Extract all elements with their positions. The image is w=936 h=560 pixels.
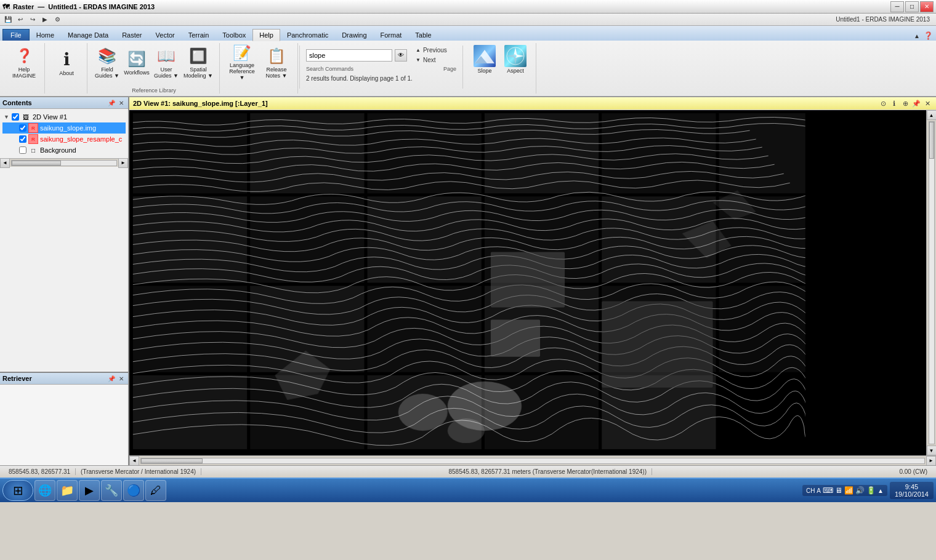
root-checkbox[interactable] bbox=[12, 113, 19, 121]
map-canvas[interactable] bbox=[129, 110, 926, 455]
tab-terrain[interactable]: Terrain bbox=[182, 29, 216, 41]
undo-quick-btn[interactable]: ↩ bbox=[15, 15, 26, 25]
tree-layer-1[interactable]: R saikung_slope.img bbox=[2, 122, 126, 134]
settings-quick-btn[interactable]: ⚙ bbox=[52, 15, 63, 25]
ribbon-tabs: File Home Manage Data Raster Vector Terr… bbox=[0, 26, 936, 41]
help-button[interactable]: ❓ HelpIMAGINE bbox=[9, 44, 39, 81]
scroll-up-btn[interactable]: ▲ bbox=[927, 110, 937, 120]
tab-toolbox[interactable]: Toolbox bbox=[216, 29, 252, 41]
run-quick-btn[interactable]: ▶ bbox=[39, 15, 50, 25]
language-reference-button[interactable]: 📝 LanguageReference ▼ bbox=[226, 44, 258, 81]
layer1-checkbox[interactable] bbox=[19, 124, 26, 132]
spatial-modeling-button[interactable]: 🔲 SpatialModeling ▼ bbox=[182, 44, 214, 81]
aspect-tool-button[interactable]: Aspect bbox=[501, 43, 530, 76]
maximize-button[interactable]: □ bbox=[905, 1, 919, 12]
ribbon: File Home Manage Data Raster Vector Terr… bbox=[0, 26, 936, 97]
map-close-btn[interactable]: ✕ bbox=[922, 98, 932, 108]
save-quick-btn[interactable]: 💾 bbox=[2, 15, 14, 25]
map-scroll-right-btn[interactable]: ► bbox=[926, 456, 936, 466]
ribbon-collapse-btn[interactable]: ▲ bbox=[911, 31, 922, 41]
slope-tool-button[interactable]: Slope bbox=[470, 43, 499, 76]
title-bar-right: ─ □ ✕ bbox=[890, 1, 934, 12]
map-info-btn[interactable]: ℹ bbox=[889, 98, 899, 108]
contents-pin-btn[interactable]: 📌 bbox=[107, 98, 116, 107]
tab-help[interactable]: Help bbox=[252, 29, 280, 41]
start-button[interactable]: ⊞ bbox=[2, 480, 33, 501]
retriever-close-btn[interactable]: ✕ bbox=[117, 374, 126, 383]
root-label: 2D View #1 bbox=[33, 113, 67, 121]
ribbon-divider-2 bbox=[462, 46, 463, 89]
search-input[interactable] bbox=[306, 49, 392, 62]
tab-drawing[interactable]: Drawing bbox=[335, 29, 373, 41]
tab-raster[interactable]: Raster bbox=[115, 29, 148, 41]
retriever-title-bar: Retriever 📌 ✕ bbox=[0, 373, 128, 385]
tab-format[interactable]: Format bbox=[374, 29, 409, 41]
window-title-center: Untitled1 - ERDAS IMAGINE 2013 bbox=[836, 16, 930, 23]
sidebar: Contents 📌 ✕ ▼ 🖼 2D View #1 bbox=[0, 97, 129, 465]
tab-table[interactable]: Table bbox=[408, 29, 438, 41]
tab-panchromatic[interactable]: Panchromatic bbox=[280, 29, 335, 41]
map-pin-btn[interactable]: 📌 bbox=[911, 98, 921, 108]
previous-button[interactable]: ▲ Previous bbox=[412, 46, 451, 55]
explorer-btn[interactable]: 📁 bbox=[57, 480, 78, 501]
tab-manage-data[interactable]: Manage Data bbox=[61, 29, 115, 41]
minimize-button[interactable]: ─ bbox=[890, 1, 904, 12]
contents-close-btn[interactable]: ✕ bbox=[117, 98, 126, 107]
scroll-right-btn[interactable]: ► bbox=[118, 158, 128, 168]
next-button[interactable]: ▼ Next bbox=[412, 55, 451, 65]
clock-time: 9:45 bbox=[905, 483, 918, 490]
media-btn[interactable]: ▶ bbox=[79, 480, 100, 501]
map-scrollbar-vertical: ▲ ▼ bbox=[926, 110, 936, 455]
about-button[interactable]: ℹ About bbox=[51, 44, 82, 81]
svg-rect-28 bbox=[133, 375, 247, 449]
field-guides-button[interactable]: 📚 FieldGuides ▼ bbox=[94, 44, 121, 81]
scroll-down-btn[interactable]: ▼ bbox=[927, 446, 937, 455]
app-icon: 🗺 bbox=[2, 3, 9, 10]
v-scroll-thumb[interactable] bbox=[929, 122, 934, 159]
tree-background-item[interactable]: □ Background bbox=[2, 145, 126, 156]
workflows-button[interactable]: 🔄 Workflows bbox=[123, 44, 150, 81]
contents-scroll-track bbox=[11, 160, 117, 166]
map-title-bar: 2D View #1: saikung_slope.img [:Layer_1]… bbox=[129, 97, 936, 110]
tool-btn-1[interactable]: 🔧 bbox=[101, 480, 122, 501]
release-notes-label: ReleaseNotes ▼ bbox=[266, 67, 288, 79]
contents-scroll-thumb[interactable] bbox=[12, 161, 61, 166]
tab-file[interactable]: File bbox=[2, 29, 30, 41]
ie-btn[interactable]: 🌐 bbox=[34, 480, 55, 501]
chrome-btn[interactable]: 🔵 bbox=[123, 480, 144, 501]
retriever-pin-btn[interactable]: 📌 bbox=[107, 374, 116, 383]
map-fit-btn[interactable]: ⊙ bbox=[878, 98, 888, 108]
svg-rect-34 bbox=[491, 320, 540, 357]
draw-btn[interactable]: 🖊 bbox=[145, 480, 166, 501]
bg-checkbox[interactable] bbox=[19, 146, 26, 154]
tab-vector[interactable]: Vector bbox=[149, 29, 182, 41]
aspect-icon bbox=[504, 45, 526, 67]
tree-layer-2[interactable]: R saikung_slope_resample_c bbox=[2, 134, 126, 145]
h-scroll-thumb[interactable] bbox=[141, 458, 203, 463]
help-label: HelpIMAGINE bbox=[12, 67, 36, 79]
close-button[interactable]: ✕ bbox=[920, 1, 934, 12]
svg-rect-18 bbox=[368, 196, 482, 282]
tab-home[interactable]: Home bbox=[30, 29, 61, 41]
scroll-left-btn[interactable]: ◄ bbox=[0, 158, 10, 168]
map-scroll-left-btn[interactable]: ◄ bbox=[129, 456, 139, 466]
map-zoom-btn[interactable]: ⊕ bbox=[900, 98, 910, 108]
search-toggle-btn[interactable]: 👁 bbox=[395, 49, 407, 62]
clock-date: 19/10/2014 bbox=[895, 490, 929, 498]
layer2-checkbox[interactable] bbox=[19, 135, 26, 143]
next-arrow-icon: ▼ bbox=[416, 57, 421, 63]
svg-rect-14 bbox=[602, 113, 716, 193]
ribbon-content: ❓ HelpIMAGINE ℹ About 📚 FieldGuides ▼ bbox=[0, 41, 936, 96]
ribbon-help-btn[interactable]: ❓ bbox=[922, 31, 934, 41]
tree-root-item[interactable]: ▼ 🖼 2D View #1 bbox=[2, 111, 126, 122]
redo-quick-btn[interactable]: ↪ bbox=[27, 15, 38, 25]
systray-arrow-icon: ▲ bbox=[878, 487, 884, 494]
release-notes-button[interactable]: 📋 ReleaseNotes ▼ bbox=[260, 44, 292, 81]
language-reference-icon: 📝 bbox=[232, 44, 252, 62]
retriever-content bbox=[0, 385, 128, 390]
app-title: Untitled1 - ERDAS IMAGINE 2013 bbox=[48, 3, 155, 10]
title-separator: — bbox=[38, 3, 44, 10]
user-guides-button[interactable]: 📖 UserGuides ▼ bbox=[153, 44, 180, 81]
root-expand-icon: ▼ bbox=[4, 114, 10, 120]
raster-tab-label: Raster bbox=[13, 3, 34, 10]
